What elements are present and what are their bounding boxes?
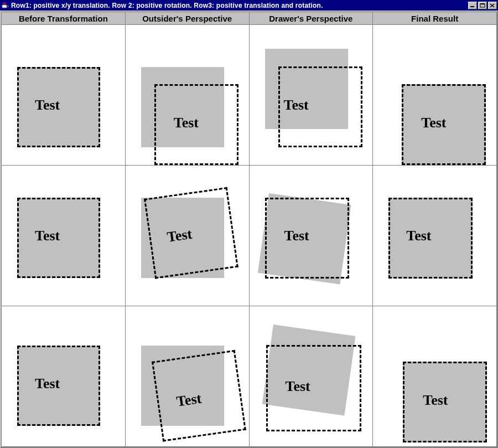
java-icon — [1, 1, 10, 10]
window-controls — [468, 2, 497, 9]
square-label: Test — [35, 375, 60, 392]
cell-r1c1: Test — [2, 25, 126, 166]
cell-r2c3: Test — [249, 166, 373, 306]
svg-rect-0 — [2, 5, 7, 8]
square-label: Test — [284, 228, 309, 244]
cell-r1c2: Test — [125, 25, 249, 166]
square-label: Test — [286, 378, 310, 395]
window-titlebar: Row1: positive x/y translation. Row 2: p… — [0, 0, 498, 11]
window-title: Row1: positive x/y translation. Row 2: p… — [11, 2, 468, 9]
cell-r2c4: Test — [373, 166, 497, 306]
minimize-button[interactable] — [468, 2, 477, 9]
close-button[interactable] — [488, 2, 497, 9]
cell-r2c2: Test — [125, 166, 249, 306]
square-label: Test — [423, 392, 448, 409]
square-label: Test — [35, 228, 60, 244]
square-label: Test — [284, 97, 309, 114]
cell-r2c1: Test — [2, 166, 126, 306]
square-label: Test — [421, 115, 446, 131]
dashed-square — [266, 345, 361, 431]
square-label: Test — [175, 390, 203, 410]
col-header-outsider: Outsider's Perspective — [125, 12, 249, 25]
square-label: Test — [406, 228, 431, 244]
cell-r1c3: Test — [249, 25, 373, 166]
square-label: Test — [174, 115, 199, 131]
cell-r3c1: Test — [2, 306, 126, 447]
col-header-before: Before Transformation — [2, 12, 126, 25]
demo-grid: Before Transformation Outsider's Perspec… — [1, 12, 497, 447]
col-header-drawer: Drawer's Perspective — [249, 12, 373, 25]
content-frame: Before Transformation Outsider's Perspec… — [0, 11, 498, 448]
square-label: Test — [35, 97, 60, 114]
square-label: Test — [166, 226, 193, 246]
maximize-button[interactable] — [478, 2, 487, 9]
cell-r3c4: Test — [373, 306, 497, 447]
col-header-final: Final Result — [373, 12, 497, 25]
cell-r3c3: Test — [249, 306, 373, 447]
cell-r3c2: Test — [125, 306, 249, 447]
cell-r1c4: Test — [373, 25, 497, 166]
